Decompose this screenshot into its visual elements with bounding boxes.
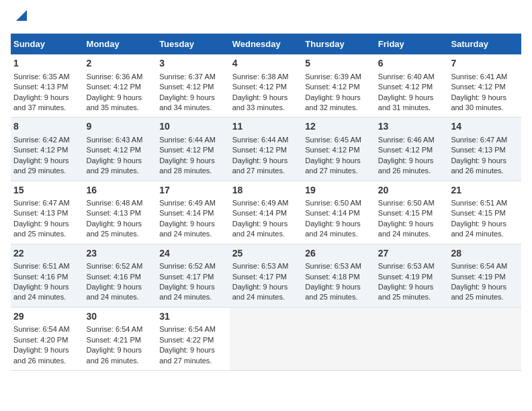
day-number: 21 [451, 184, 519, 197]
sunrise-text: Sunrise: 6:47 AM [13, 199, 70, 207]
sunrise-text: Sunrise: 6:49 AM [159, 199, 216, 207]
calendar-cell: 28Sunrise: 6:54 AMSunset: 4:19 PMDayligh… [448, 244, 521, 307]
daylight-text: Daylight: 9 hours and 25 minutes. [87, 220, 142, 238]
calendar-cell: 10Sunrise: 6:44 AMSunset: 4:12 PMDayligh… [157, 118, 230, 181]
sunset-text: Sunset: 4:12 PM [305, 83, 359, 91]
sunrise-text: Sunrise: 6:36 AM [87, 73, 143, 81]
sunrise-text: Sunrise: 6:39 AM [305, 73, 361, 81]
day-number: 17 [159, 184, 227, 197]
calendar-cell: 20Sunrise: 6:50 AMSunset: 4:15 PMDayligh… [375, 181, 449, 244]
sunset-text: Sunset: 4:12 PM [378, 146, 433, 154]
sunrise-text: Sunrise: 6:37 AM [159, 73, 216, 81]
day-number: 11 [232, 120, 300, 134]
sunrise-text: Sunrise: 6:54 AM [451, 262, 507, 270]
calendar-cell: 8Sunrise: 6:42 AMSunset: 4:12 PMDaylight… [11, 118, 84, 181]
sunrise-text: Sunrise: 6:46 AM [378, 136, 435, 144]
sunset-text: Sunset: 4:12 PM [232, 83, 287, 91]
calendar-table: SundayMondayTuesdayWednesdayThursdayFrid… [11, 34, 521, 371]
logo [11, 11, 31, 27]
sunset-text: Sunset: 4:13 PM [13, 209, 68, 217]
calendar-cell: 9Sunrise: 6:43 AMSunset: 4:12 PMDaylight… [84, 118, 157, 181]
daylight-text: Daylight: 9 hours and 24 minutes. [159, 220, 215, 238]
day-number: 24 [159, 247, 227, 261]
day-number: 28 [451, 247, 519, 261]
daylight-text: Daylight: 9 hours and 24 minutes. [87, 283, 142, 301]
daylight-text: Daylight: 9 hours and 26 minutes. [378, 156, 434, 175]
sunset-text: Sunset: 4:14 PM [305, 209, 359, 217]
day-number: 1 [13, 57, 81, 71]
calendar-cell: 22Sunrise: 6:51 AMSunset: 4:16 PMDayligh… [11, 244, 84, 307]
calendar-cell: 3Sunrise: 6:37 AMSunset: 4:12 PMDaylight… [157, 54, 230, 118]
daylight-text: Daylight: 9 hours and 25 minutes. [305, 283, 361, 301]
daylight-text: Daylight: 9 hours and 29 minutes. [87, 156, 142, 175]
calendar-cell: 4Sunrise: 6:38 AMSunset: 4:12 PMDaylight… [230, 54, 303, 118]
sunset-text: Sunset: 4:12 PM [87, 146, 141, 154]
sunrise-text: Sunrise: 6:49 AM [232, 199, 289, 207]
day-number: 27 [378, 247, 446, 261]
day-number: 20 [378, 184, 446, 197]
sunset-text: Sunset: 4:19 PM [378, 273, 433, 281]
daylight-text: Daylight: 9 hours and 25 minutes. [378, 283, 434, 301]
day-number: 25 [232, 247, 300, 261]
daylight-text: Daylight: 9 hours and 24 minutes. [305, 220, 361, 238]
daylight-text: Daylight: 9 hours and 27 minutes. [159, 346, 215, 364]
daylight-text: Daylight: 9 hours and 27 minutes. [305, 156, 361, 175]
sunrise-text: Sunrise: 6:53 AM [305, 262, 361, 270]
sunrise-text: Sunrise: 6:38 AM [232, 73, 289, 81]
day-number: 22 [13, 247, 81, 261]
sunrise-text: Sunrise: 6:44 AM [232, 136, 289, 144]
sunset-text: Sunset: 4:12 PM [451, 83, 505, 91]
sunrise-text: Sunrise: 6:52 AM [87, 262, 143, 270]
sunset-text: Sunset: 4:13 PM [87, 209, 141, 217]
sunset-text: Sunset: 4:18 PM [305, 273, 359, 281]
daylight-text: Daylight: 9 hours and 26 minutes. [451, 156, 506, 175]
sunrise-text: Sunrise: 6:52 AM [159, 262, 216, 270]
daylight-text: Daylight: 9 hours and 27 minutes. [232, 156, 288, 175]
sunset-text: Sunset: 4:14 PM [159, 209, 214, 217]
day-header-tuesday: Tuesday [157, 34, 230, 54]
daylight-text: Daylight: 9 hours and 28 minutes. [159, 156, 215, 175]
day-header-saturday: Saturday [448, 34, 521, 54]
calendar-cell: 29Sunrise: 6:54 AMSunset: 4:20 PMDayligh… [11, 307, 84, 370]
day-number: 3 [159, 57, 227, 71]
day-number: 16 [87, 184, 154, 197]
daylight-text: Daylight: 9 hours and 24 minutes. [232, 283, 288, 301]
day-number: 12 [305, 120, 373, 134]
day-number: 15 [13, 184, 81, 197]
day-number: 30 [87, 310, 154, 324]
calendar-cell: 13Sunrise: 6:46 AMSunset: 4:12 PMDayligh… [375, 118, 449, 181]
day-number: 14 [451, 120, 519, 134]
sunset-text: Sunset: 4:22 PM [159, 336, 214, 344]
sunrise-text: Sunrise: 6:42 AM [13, 136, 70, 144]
day-number: 19 [305, 184, 373, 197]
day-number: 9 [87, 120, 154, 134]
day-header-sunday: Sunday [11, 34, 84, 54]
sunrise-text: Sunrise: 6:35 AM [13, 73, 70, 81]
calendar-cell: 21Sunrise: 6:51 AMSunset: 4:15 PMDayligh… [448, 181, 521, 244]
day-header-wednesday: Wednesday [230, 34, 303, 54]
sunrise-text: Sunrise: 6:51 AM [13, 262, 70, 270]
calendar-cell: 19Sunrise: 6:50 AMSunset: 4:14 PMDayligh… [302, 181, 375, 244]
day-header-monday: Monday [84, 34, 157, 54]
daylight-text: Daylight: 9 hours and 35 minutes. [87, 93, 142, 111]
sunrise-text: Sunrise: 6:44 AM [159, 136, 216, 144]
sunrise-text: Sunrise: 6:54 AM [159, 325, 216, 333]
day-number: 4 [232, 57, 300, 71]
sunset-text: Sunset: 4:13 PM [13, 83, 68, 91]
week-row-4: 22Sunrise: 6:51 AMSunset: 4:16 PMDayligh… [11, 244, 521, 307]
sunrise-text: Sunrise: 6:51 AM [451, 199, 507, 207]
daylight-text: Daylight: 9 hours and 24 minutes. [159, 283, 215, 301]
week-row-3: 15Sunrise: 6:47 AMSunset: 4:13 PMDayligh… [11, 181, 521, 244]
sunset-text: Sunset: 4:16 PM [87, 273, 141, 281]
sunset-text: Sunset: 4:12 PM [159, 83, 214, 91]
daylight-text: Daylight: 9 hours and 30 minutes. [451, 93, 506, 111]
calendar-cell [230, 307, 303, 370]
sunrise-text: Sunrise: 6:50 AM [378, 199, 435, 207]
logo-arrow-icon [12, 6, 31, 25]
daylight-text: Daylight: 9 hours and 24 minutes. [378, 220, 434, 238]
sunrise-text: Sunrise: 6:43 AM [87, 136, 143, 144]
calendar-cell: 26Sunrise: 6:53 AMSunset: 4:18 PMDayligh… [302, 244, 375, 307]
calendar-cell: 30Sunrise: 6:54 AMSunset: 4:21 PMDayligh… [84, 307, 157, 370]
calendar-cell: 15Sunrise: 6:47 AMSunset: 4:13 PMDayligh… [11, 181, 84, 244]
calendar-cell [302, 307, 375, 370]
